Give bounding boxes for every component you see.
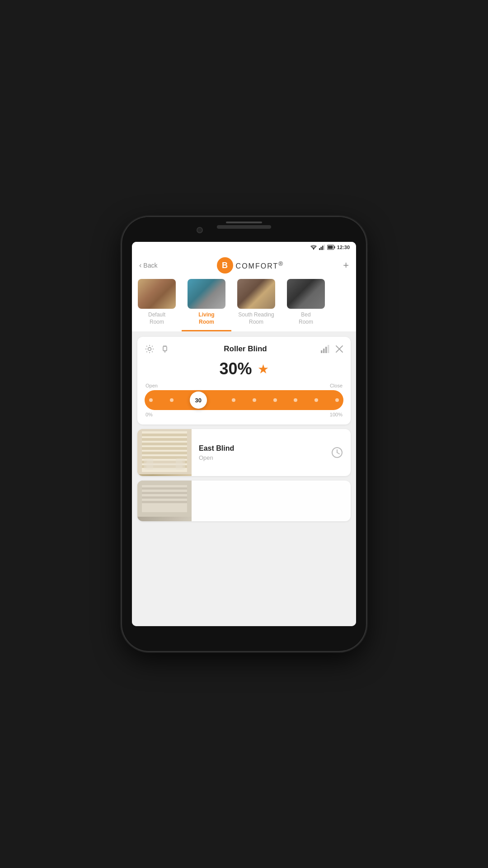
room-image-bedroom [287,279,325,309]
logo-circle: B [217,257,233,274]
east-blind-title: East Blind [199,444,316,453]
logo: B COMFORT® [217,257,284,274]
svg-rect-24 [142,447,187,450]
percentage-value: 30% [219,359,252,378]
card-header-left [145,344,170,354]
svg-rect-15 [325,347,327,353]
slider-dot [273,398,277,402]
room-tab-living[interactable]: LivingRoom [182,279,231,331]
status-icons: 12:30 [310,245,350,250]
gear-icon[interactable] [145,344,155,354]
signal-icon [319,245,325,250]
close-icon[interactable] [335,345,343,353]
third-item-status [199,503,343,509]
svg-point-0 [313,249,314,250]
east-blind-action[interactable] [324,429,351,476]
roller-blind-card: Roller Blind [137,337,351,425]
back-button[interactable]: ‹ Back [139,261,157,269]
slider-thumb[interactable]: 30 [190,392,207,409]
svg-rect-4 [324,245,325,250]
room-tab-south[interactable]: South ReadingRoom [231,279,281,331]
room-tabs: DefaultRoom LivingRoom South ReadingRoom… [132,274,356,331]
svg-rect-30 [144,458,153,470]
max-label: 100% [330,412,343,417]
svg-rect-38 [142,492,187,494]
third-item-thumbnail [137,481,192,517]
open-label: Open [145,383,158,388]
svg-rect-9 [163,346,167,351]
third-item-content [192,481,351,521]
content-area: Roller Blind [132,331,356,626]
room-image-living [188,279,225,309]
svg-rect-25 [142,452,187,454]
clock-icon[interactable] [331,446,343,459]
card-header-right [321,345,343,353]
slider-dot [335,398,339,402]
slider-dot [314,398,318,402]
slider-dots [149,398,339,402]
svg-rect-39 [142,496,187,499]
svg-rect-31 [176,458,185,470]
svg-rect-13 [321,350,323,353]
svg-rect-37 [142,487,187,490]
svg-rect-40 [142,501,187,503]
svg-rect-23 [142,443,187,445]
logo-letter: B [222,261,228,270]
home-bar-area [122,217,366,228]
third-item-title [199,493,343,501]
slider-dot [149,398,153,402]
back-arrow-icon: ‹ [139,261,141,269]
svg-rect-6 [334,246,335,249]
signal-bars-icon [321,345,330,353]
svg-rect-7 [328,246,333,249]
connector-icon[interactable] [160,344,170,354]
slider-dot [294,398,297,402]
room-label-living: LivingRoom [198,311,214,326]
status-bar: 12:30 [132,242,356,253]
wifi-icon [310,245,317,250]
svg-line-34 [337,453,339,454]
east-blind-status: Open [199,454,316,461]
svg-point-8 [148,348,151,351]
slider-range-labels: 0% 100% [145,412,343,417]
east-blind-image [137,429,192,476]
slider-dot [170,398,174,402]
card-header: Roller Blind [145,344,343,354]
favorite-star-icon[interactable]: ★ [258,362,269,377]
room-tab-default[interactable]: DefaultRoom [132,279,182,331]
percentage-row: 30% ★ [145,359,343,378]
close-label: Close [330,383,343,388]
svg-rect-1 [319,248,320,250]
svg-rect-22 [142,438,187,441]
room-label-bedroom: BedRoom [299,311,313,326]
phone-frame: 12:30 ‹ Back B COMFORT® + [122,217,366,651]
slider-labels: Open Close [145,383,343,388]
svg-rect-16 [328,345,329,353]
logo-text: COMFORT® [236,260,284,270]
room-tab-bedroom[interactable]: BedRoom [281,279,331,331]
battery-icon [327,245,335,250]
third-item-image [137,481,192,521]
east-blind-thumbnail [137,429,192,474]
room-label-south: South ReadingRoom [238,311,274,326]
slider-dot [232,398,235,402]
room-image-default [138,279,176,309]
third-item-card[interactable] [137,481,351,521]
svg-rect-14 [323,349,325,353]
add-button[interactable]: + [343,259,349,271]
status-time: 12:30 [337,245,350,250]
screen: 12:30 ‹ Back B COMFORT® + [132,242,356,626]
east-blind-card[interactable]: East Blind Open [137,429,351,476]
slider-dot [253,398,256,402]
svg-rect-3 [322,246,324,250]
room-image-south [237,279,275,309]
camera [197,227,203,233]
back-label: Back [143,262,157,269]
east-blind-content: East Blind Open [192,429,324,476]
room-label-default: DefaultRoom [148,311,165,326]
header: ‹ Back B COMFORT® + [132,253,356,274]
slider-track[interactable]: 30 [145,390,343,410]
svg-rect-21 [142,434,187,436]
home-indicator [226,222,262,223]
roller-blind-title: Roller Blind [170,344,321,354]
